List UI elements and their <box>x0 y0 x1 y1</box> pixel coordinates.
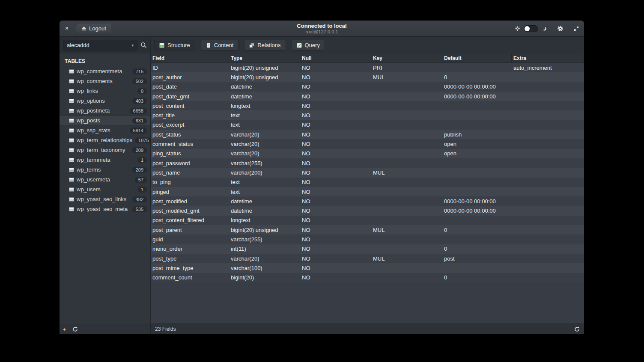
sidebar-table-item[interactable]: wp_yoast_seo_meta 535 <box>60 204 150 214</box>
cell-extra <box>512 216 584 225</box>
structure-icon <box>159 43 164 48</box>
theme-toggle-knob <box>525 26 530 31</box>
cell-type: varchar(255) <box>229 158 300 168</box>
table-row[interactable]: guid varchar(255) NO <box>151 234 584 244</box>
table-row[interactable]: menu_order int(11) NO 0 <box>151 244 584 254</box>
table-row[interactable]: comment_status varchar(20) NO open <box>151 139 584 148</box>
cell-extra: auto_increment <box>512 63 584 72</box>
search-button[interactable] <box>140 42 147 48</box>
cell-default: 0000-00-00 00:00:00 <box>442 92 512 101</box>
table-row[interactable]: post_author bigint(20) unsigned NO MUL 0 <box>151 72 584 82</box>
row-count-badge: 535 <box>132 206 147 212</box>
table-icon <box>69 158 74 162</box>
table-row[interactable]: ping_status varchar(20) NO open <box>151 149 584 158</box>
cell-null: NO <box>300 139 371 148</box>
cell-type: bigint(20) unsigned <box>229 225 300 234</box>
theme-toggle[interactable] <box>524 25 538 32</box>
row-count-badge: 209 <box>132 147 147 153</box>
sidebar-table-item[interactable]: wp_termmeta 1 <box>60 155 150 165</box>
cell-null: NO <box>300 63 371 72</box>
table-row[interactable]: post_mime_type varchar(100) NO <box>151 263 584 273</box>
cell-key <box>371 216 442 225</box>
table-row[interactable]: post_excerpt text NO <box>151 120 584 130</box>
sidebar-table-item[interactable]: wp_comments 502 <box>60 76 150 86</box>
cell-default: 0 <box>442 244 512 254</box>
sidebar-table-item[interactable]: wp_users 1 <box>60 184 150 194</box>
cell-default <box>442 158 512 168</box>
tab-content[interactable]: Content <box>201 40 239 50</box>
table-row[interactable]: post_content longtext NO <box>151 101 584 110</box>
table-refresh-button[interactable] <box>574 326 580 332</box>
column-header-extra: Extra <box>512 53 584 62</box>
table-row[interactable]: post_modified datetime NO 0000-00-00 00:… <box>151 196 584 206</box>
table-row[interactable]: post_title text NO <box>151 110 584 120</box>
tab-structure[interactable]: Structure <box>154 40 195 50</box>
database-selector[interactable]: alecaddd ▾ <box>63 40 137 50</box>
sidebar-table-item[interactable]: wp_postmeta 6658 <box>60 106 150 116</box>
app-body: alecaddd ▾ TABLES <box>60 37 584 334</box>
cell-null: NO <box>300 92 371 101</box>
table-row[interactable]: post_content_filtered longtext NO <box>151 216 584 225</box>
cell-null: NO <box>300 244 371 254</box>
table-row[interactable]: post_status varchar(20) NO publish <box>151 130 584 139</box>
column-header-default: Default <box>442 53 512 62</box>
sidebar-table-item[interactable]: wp_ssp_stats 5914 <box>60 125 150 135</box>
table-name: wp_yoast_seo_links <box>77 196 126 202</box>
cell-default <box>442 168 512 177</box>
table-name: wp_terms <box>77 166 101 173</box>
cell-null: NO <box>300 101 371 110</box>
sidebar-table-item[interactable]: wp_links 0 <box>60 86 150 96</box>
cell-null: NO <box>300 120 371 130</box>
table-row[interactable]: post_date_gmt datetime NO 0000-00-00 00:… <box>151 92 584 101</box>
cell-field: post_title <box>151 110 229 120</box>
row-count-badge: 1 <box>137 157 147 163</box>
cell-field: post_author <box>151 72 229 82</box>
table-name: wp_usermeta <box>77 176 110 183</box>
cell-extra <box>512 254 584 263</box>
cell-key <box>371 244 442 254</box>
table-icon <box>69 138 74 142</box>
cell-extra <box>512 187 584 196</box>
table-row[interactable]: ID bigint(20) unsigned NO PRI auto_incre… <box>151 63 584 72</box>
table-row[interactable]: post_modified_gmt datetime NO 0000-00-00… <box>151 206 584 215</box>
cell-key: MUL <box>371 254 442 263</box>
sidebar-table-item[interactable]: wp_posts 631 <box>60 116 150 125</box>
table-row[interactable]: post_date datetime NO 0000-00-00 00:00:0… <box>151 82 584 92</box>
cell-field: comment_count <box>151 273 229 282</box>
cell-field: post_modified <box>151 196 229 206</box>
sidebar-table-item[interactable]: wp_term_relationships 1075 <box>60 135 150 145</box>
tab-relations[interactable]: Relations <box>244 40 286 50</box>
table-row[interactable]: post_password varchar(255) NO <box>151 158 584 168</box>
cell-null: NO <box>300 234 371 244</box>
table-icon <box>69 79 74 83</box>
sidebar-table-item[interactable]: wp_usermeta 57 <box>60 175 150 184</box>
table-name: wp_links <box>77 88 98 94</box>
cell-default: 0000-00-00 00:00:00 <box>442 82 512 92</box>
cell-extra <box>512 130 584 139</box>
table-row[interactable]: pinged text NO <box>151 187 584 196</box>
sidebar-refresh-button[interactable] <box>72 326 78 332</box>
table-row[interactable]: post_name varchar(200) NO MUL <box>151 168 584 177</box>
table-icon <box>69 197 74 202</box>
sidebar-table-item[interactable]: wp_terms 209 <box>60 165 150 175</box>
tab-query-label: Query <box>305 42 320 48</box>
sidebar-table-item[interactable]: wp_yoast_seo_links 482 <box>60 194 150 204</box>
chevron-down-icon: ▾ <box>131 43 134 47</box>
table-row[interactable]: comment_count bigint(20) NO 0 <box>151 273 584 282</box>
cell-extra <box>512 120 584 130</box>
settings-button[interactable] <box>557 25 564 32</box>
table-row[interactable]: post_type varchar(20) NO MUL post <box>151 254 584 263</box>
fullscreen-button[interactable] <box>574 26 579 31</box>
table-row[interactable]: post_parent bigint(20) unsigned NO MUL 0 <box>151 225 584 234</box>
structure-table-header: Field Type Null Key Default Extra <box>151 53 584 63</box>
table-row[interactable]: to_ping text NO <box>151 178 584 187</box>
tab-query[interactable]: Query <box>292 40 325 50</box>
cell-default <box>442 101 512 110</box>
cell-default <box>442 120 512 130</box>
add-connection-button[interactable]: + <box>63 326 66 332</box>
sidebar-table-item[interactable]: wp_term_taxonomy 209 <box>60 145 150 155</box>
sidebar-table-item[interactable]: wp_options 403 <box>60 96 150 106</box>
cell-key: MUL <box>371 168 442 177</box>
sidebar-table-item[interactable]: wp_commentmeta 715 <box>60 66 150 76</box>
titlebar-title-area: Connected to local root@127.0.0.1 <box>60 23 584 35</box>
